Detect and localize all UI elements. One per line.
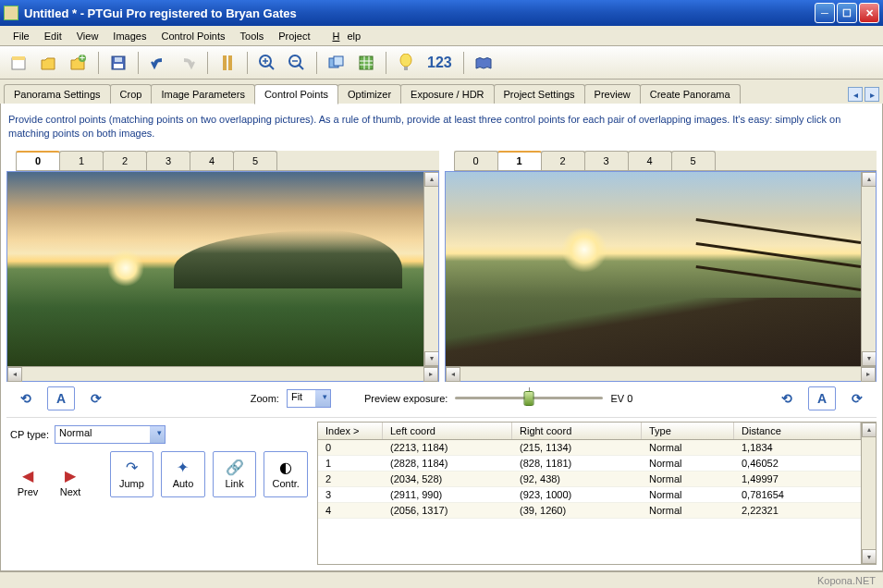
left-tab-3[interactable]: 3 [146,151,190,170]
exposure-slider[interactable] [455,389,603,408]
menu-bar: File Edit View Images Control Points Too… [0,26,883,46]
svg-rect-7 [223,55,227,70]
col-right[interactable]: Right coord [512,423,642,439]
tab-control-points[interactable]: Control Points [254,84,338,104]
col-left[interactable]: Left coord [383,423,512,439]
menu-project[interactable]: Project [271,29,317,43]
content-area: Provide control points (matching points … [0,104,883,571]
panorama-editor-icon[interactable] [323,50,350,76]
tab-create-panorama[interactable]: Create Panorama [640,84,741,104]
cp-table: Index > Left coord Right coord Type Dist… [317,422,877,565]
right-rotate-cw-icon[interactable]: ⟳ [843,386,871,410]
next-button[interactable]: ▶Next [53,467,88,497]
menu-control-points[interactable]: Control Points [153,29,232,43]
col-index[interactable]: Index > [318,423,383,439]
detail-viewer-icon[interactable] [352,50,380,76]
svg-rect-1 [12,56,25,60]
right-image-panel: ▴▾ ◂▸ [445,171,877,382]
redo-icon[interactable] [174,50,202,76]
tab-crop[interactable]: Crop [110,84,153,104]
zoom-in-icon[interactable] [253,50,281,76]
close-button[interactable]: ✕ [859,3,879,23]
svg-rect-17 [334,56,343,66]
tab-optimizer[interactable]: Optimizer [337,84,401,104]
menu-view[interactable]: View [69,29,106,43]
right-image-view[interactable] [446,172,862,366]
arrow-right-icon: ▶ [65,467,76,484]
add-images-icon[interactable]: + [65,50,92,76]
right-auto-a-button[interactable]: A [808,386,836,410]
left-vscrollbar[interactable]: ▴▾ [423,172,438,366]
tab-scroll-left-icon[interactable]: ◂ [848,87,863,102]
left-tab-4[interactable]: 4 [190,151,234,170]
right-rotate-ccw-icon[interactable]: ⟲ [773,386,801,410]
table-row[interactable]: 3(2911, 990)(923, 1000)Normal0,781654 [318,487,861,503]
toolbar: + 123 [0,46,883,80]
tab-scroll-right-icon[interactable]: ▸ [865,87,879,102]
contrast-button[interactable]: ◐Contr. [264,451,308,497]
align-images-icon[interactable] [214,50,241,76]
jump-button[interactable]: ↷Jump [110,451,154,497]
col-type[interactable]: Type [642,423,734,439]
right-tab-0[interactable]: 0 [454,151,498,170]
auto-button[interactable]: ✦Auto [161,451,205,497]
svg-line-14 [299,65,303,69]
link-button[interactable]: 🔗Link [213,451,257,497]
tab-panorama-settings[interactable]: Panorama Settings [4,84,111,104]
tab-image-parameters[interactable]: Image Parameters [151,84,254,104]
help-book-icon[interactable] [470,50,497,76]
right-tab-3[interactable]: 3 [584,151,629,170]
menu-file[interactable]: File [6,29,37,43]
undo-icon[interactable] [144,50,172,76]
tab-project-settings[interactable]: Project Settings [494,84,585,104]
counter-label: 123 [422,55,458,71]
right-tab-1[interactable]: 1 [497,151,542,170]
prev-button[interactable]: ◀Prev [10,467,45,497]
left-image-view[interactable] [7,172,423,366]
table-row[interactable]: 0(2213, 1184)(215, 1134)Normal1,1834 [318,440,861,456]
save-icon[interactable] [104,50,132,76]
new-project-icon[interactable] [6,50,33,76]
cptype-select[interactable]: Normal [55,425,166,444]
table-row[interactable]: 1(2828, 1184)(828, 1181)Normal0,46052 [318,456,861,472]
right-tab-2[interactable]: 2 [541,151,585,170]
left-tab-5[interactable]: 5 [233,151,277,170]
cp-controls: CP type: Normal ◀Prev ▶Next ↷Jump ✦Auto … [6,422,312,565]
tab-exposure-hdr[interactable]: Exposure / HDR [400,84,494,104]
left-tab-1[interactable]: 1 [59,151,104,170]
table-vscrollbar[interactable]: ▴▾ [861,423,876,564]
table-row[interactable]: 2(2034, 528)(92, 438)Normal1,49997 [318,472,861,487]
hint-icon[interactable] [392,50,420,76]
minimize-button[interactable]: ─ [815,3,835,23]
svg-rect-8 [228,55,232,70]
maximize-button[interactable]: ☐ [837,3,857,23]
svg-rect-24 [404,67,408,70]
right-tab-4[interactable]: 4 [628,151,672,170]
open-project-icon[interactable] [35,50,63,76]
zoom-out-icon[interactable] [283,50,311,76]
menu-tools[interactable]: Tools [233,29,272,43]
menu-help[interactable]: Help [317,29,368,43]
svg-text:+: + [80,55,85,63]
right-tab-5[interactable]: 5 [671,151,716,170]
watermark: Kopona.NET [817,575,876,586]
info-text: Provide control points (matching points … [6,109,877,151]
menu-images[interactable]: Images [105,29,153,43]
tab-preview[interactable]: Preview [584,84,641,104]
zoom-select[interactable]: Fit [287,389,331,408]
left-tab-2[interactable]: 2 [103,151,147,170]
left-tab-0[interactable]: 0 [16,151,60,170]
left-rotate-ccw-icon[interactable]: ⟲ [12,386,40,410]
right-hscrollbar[interactable]: ◂▸ [446,366,877,381]
right-vscrollbar[interactable]: ▴▾ [861,172,876,366]
svg-rect-18 [360,56,373,69]
col-distance[interactable]: Distance [734,423,861,439]
ev-value: EV 0 [610,393,632,404]
left-auto-a-button[interactable]: A [47,386,75,410]
contrast-icon: ◐ [279,459,292,476]
menu-edit[interactable]: Edit [37,29,69,43]
left-rotate-cw-icon[interactable]: ⟳ [82,386,110,410]
left-hscrollbar[interactable]: ◂▸ [7,366,438,381]
table-row[interactable]: 4(2056, 1317)(39, 1260)Normal2,22321 [318,503,861,519]
title-bar: Untitled * - PTGui Pro registered to Bry… [0,0,883,26]
